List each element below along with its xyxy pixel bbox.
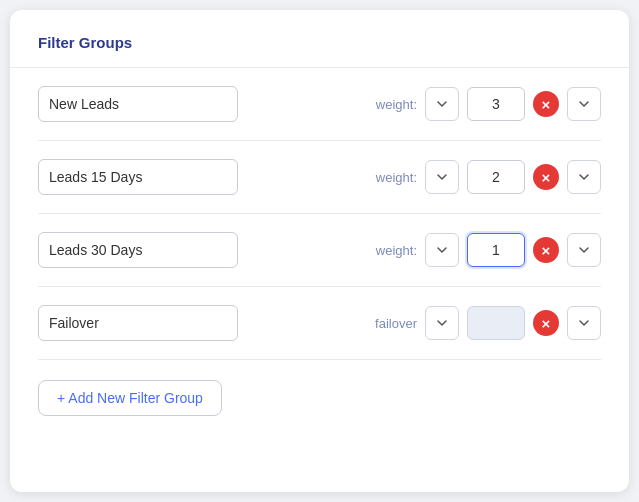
weight-input — [467, 306, 525, 340]
filter-controls: weight:× — [376, 87, 601, 121]
filter-groups-card: Filter Groups weight:×weight:×weight:×fa… — [10, 10, 629, 492]
weight-label: weight: — [376, 97, 417, 112]
filter-name-input[interactable] — [38, 86, 238, 122]
expand-filter-button[interactable] — [567, 306, 601, 340]
weight-input[interactable] — [467, 87, 525, 121]
filter-controls: weight:× — [376, 160, 601, 194]
weight-input[interactable] — [467, 233, 525, 267]
expand-filter-button[interactable] — [567, 160, 601, 194]
type-dropdown-button[interactable] — [425, 233, 459, 267]
filter-name-input[interactable] — [38, 305, 238, 341]
add-filter-group-button[interactable]: + Add New Filter Group — [38, 380, 222, 416]
card-title: Filter Groups — [38, 34, 601, 51]
filter-row: failover× — [38, 287, 601, 360]
weight-label: weight: — [376, 170, 417, 185]
expand-filter-button[interactable] — [567, 233, 601, 267]
weight-input[interactable] — [467, 160, 525, 194]
filter-row: weight:× — [38, 141, 601, 214]
filter-name-input[interactable] — [38, 159, 238, 195]
filter-row: weight:× — [38, 214, 601, 287]
type-dropdown-button[interactable] — [425, 306, 459, 340]
type-dropdown-button[interactable] — [425, 160, 459, 194]
weight-label: weight: — [376, 243, 417, 258]
type-dropdown-button[interactable] — [425, 87, 459, 121]
delete-filter-button[interactable]: × — [533, 237, 559, 263]
filter-controls: weight:× — [376, 233, 601, 267]
weight-label: failover — [375, 316, 417, 331]
delete-filter-button[interactable]: × — [533, 164, 559, 190]
filter-row: weight:× — [38, 68, 601, 141]
filter-rows-container: weight:×weight:×weight:×failover× — [38, 68, 601, 360]
delete-filter-button[interactable]: × — [533, 91, 559, 117]
filter-controls: failover× — [375, 306, 601, 340]
delete-filter-button[interactable]: × — [533, 310, 559, 336]
filter-name-input[interactable] — [38, 232, 238, 268]
expand-filter-button[interactable] — [567, 87, 601, 121]
